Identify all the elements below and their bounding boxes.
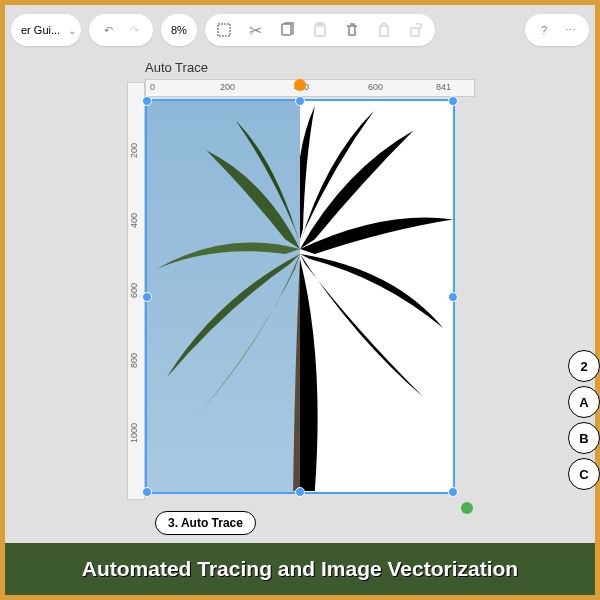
- svg-rect-0: [218, 24, 230, 36]
- resize-handle-bc[interactable]: [295, 487, 305, 497]
- edit-tools: ✂: [205, 14, 435, 46]
- more-icon[interactable]: ⋯: [561, 21, 579, 39]
- palm-tree-graphic: [147, 101, 453, 491]
- crop-icon[interactable]: [215, 21, 233, 39]
- toolbar: er Gui... ⌄ ↶ ↷ 8% ✂: [5, 11, 595, 49]
- doc-title-text: er Gui...: [21, 24, 60, 36]
- ruler-vertical: 200 400 600 800 1000: [127, 82, 145, 500]
- panel-title: Auto Trace: [145, 60, 475, 75]
- canvas-area: Auto Trace 0 200 400 600 841 200 400 600…: [145, 60, 475, 500]
- marker-circle[interactable]: 2: [568, 350, 600, 382]
- svg-rect-5: [411, 28, 419, 36]
- export-icon[interactable]: [407, 21, 425, 39]
- ruler-tick: 1000: [129, 423, 139, 443]
- resize-handle-br[interactable]: [448, 487, 458, 497]
- duplicate-handle[interactable]: [461, 502, 473, 514]
- ruler-horizontal: 0 200 400 600 841: [145, 79, 475, 97]
- side-markers: 2 A B C: [568, 350, 600, 490]
- rotation-handle[interactable]: [294, 79, 306, 91]
- copy-icon[interactable]: [279, 21, 297, 39]
- paste-icon[interactable]: [311, 21, 329, 39]
- selected-image[interactable]: [145, 99, 455, 494]
- zoom-indicator[interactable]: 8%: [161, 14, 197, 46]
- ruler-tick: 200: [220, 82, 235, 92]
- trash-icon[interactable]: [343, 21, 361, 39]
- resize-handle-tl[interactable]: [142, 96, 152, 106]
- document-title-dropdown[interactable]: er Gui... ⌄: [11, 14, 81, 46]
- ruler-tick: 0: [150, 82, 155, 92]
- ruler-tick: 600: [368, 82, 383, 92]
- resize-handle-tc[interactable]: [295, 96, 305, 106]
- svg-rect-1: [282, 24, 291, 35]
- history-pill: ↶ ↷: [89, 14, 153, 46]
- ruler-tick: 841: [436, 82, 451, 92]
- resize-handle-bl[interactable]: [142, 487, 152, 497]
- caption-banner: Automated Tracing and Image Vectorizatio…: [5, 543, 595, 595]
- marker-circle[interactable]: A: [568, 386, 600, 418]
- marker-circle[interactable]: C: [568, 458, 600, 490]
- help-icon[interactable]: ?: [535, 21, 553, 39]
- zoom-value: 8%: [171, 24, 187, 36]
- chevron-down-icon: ⌄: [68, 25, 76, 36]
- caption-text: Automated Tracing and Image Vectorizatio…: [82, 557, 518, 581]
- help-menu: ? ⋯: [525, 14, 589, 46]
- resize-handle-tr[interactable]: [448, 96, 458, 106]
- duplicate-icon[interactable]: [375, 21, 393, 39]
- step-callout: 3. Auto Trace: [155, 511, 256, 535]
- cut-icon[interactable]: ✂: [247, 21, 265, 39]
- marker-circle[interactable]: B: [568, 422, 600, 454]
- redo-icon[interactable]: ↷: [125, 21, 143, 39]
- ruler-tick: 200: [129, 143, 139, 158]
- resize-handle-mr[interactable]: [448, 292, 458, 302]
- ruler-tick: 800: [129, 353, 139, 368]
- app-frame: er Gui... ⌄ ↶ ↷ 8% ✂: [0, 0, 600, 600]
- svg-rect-4: [380, 26, 388, 36]
- ruler-tick: 400: [129, 213, 139, 228]
- undo-icon[interactable]: ↶: [99, 21, 117, 39]
- resize-handle-ml[interactable]: [142, 292, 152, 302]
- ruler-tick: 600: [129, 283, 139, 298]
